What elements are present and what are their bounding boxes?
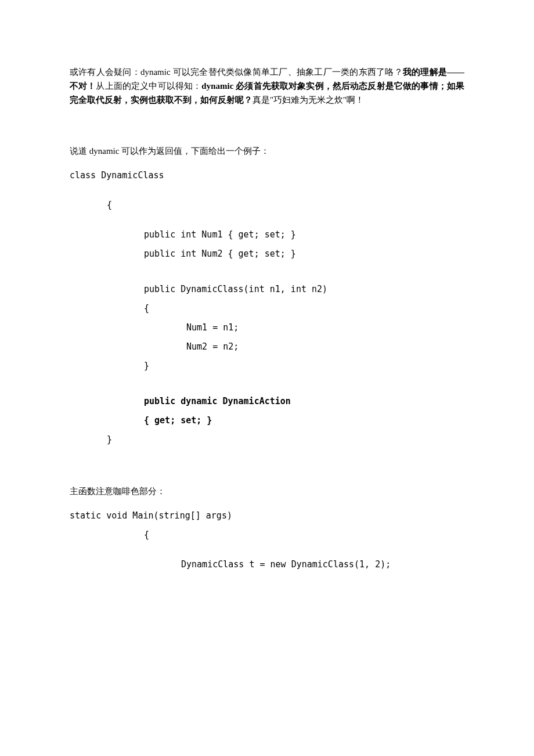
code-line-bold: { get; set; } [70,411,464,430]
para1-tail: 真是"巧妇难为无米之炊"啊！ [252,95,364,105]
spacer [70,501,464,506]
code-line-bold: public dynamic DynamicAction [70,392,464,411]
code-line: } [70,357,464,376]
code-block-2: static void Main(string[] args) { Dynami… [70,506,464,574]
code-line: { [70,196,464,215]
spacer [70,109,464,144]
code-line: } [70,430,464,449]
code-line: DynamicClass t = new DynamicClass(1, 2); [70,555,464,574]
code-line: Num1 = n1; [70,318,464,337]
code-line: public int Num1 { get; set; } [70,225,464,244]
code-line: { [70,299,464,318]
paragraph-2: 说道 dynamic 可以作为返回值，下面给出一个例子： [70,144,464,158]
paragraph-3: 主函数注意咖啡色部分： [70,484,464,498]
spacer [70,264,464,280]
code-line: static void Main(string[] args) [70,506,464,525]
spacer [70,160,464,166]
code-line: class DynamicClass [70,166,464,185]
paragraph-1: 或许有人会疑问：dynamic 可以完全替代类似像简单工厂、抽象工厂一类的东西了… [70,65,464,107]
code-line: Num2 = n2; [70,337,464,357]
code-line: public int Num2 { get; set; } [70,244,464,264]
para1-mid1: 从上面的定义中可以得知： [96,81,201,91]
document-page: 或许有人会疑问：dynamic 可以完全替代类似像简单工厂、抽象工厂一类的东西了… [0,0,534,621]
spacer [70,376,464,392]
code-line: public DynamicClass(int n1, int n2) [70,280,464,299]
code-block-1: class DynamicClass { public int Num1 { g… [70,166,464,449]
para1-pre: 或许有人会疑问：dynamic 可以完全替代类似像简单工厂、抽象工厂一类的东西了… [70,67,403,77]
code-line: { [70,525,464,545]
spacer [70,449,464,484]
